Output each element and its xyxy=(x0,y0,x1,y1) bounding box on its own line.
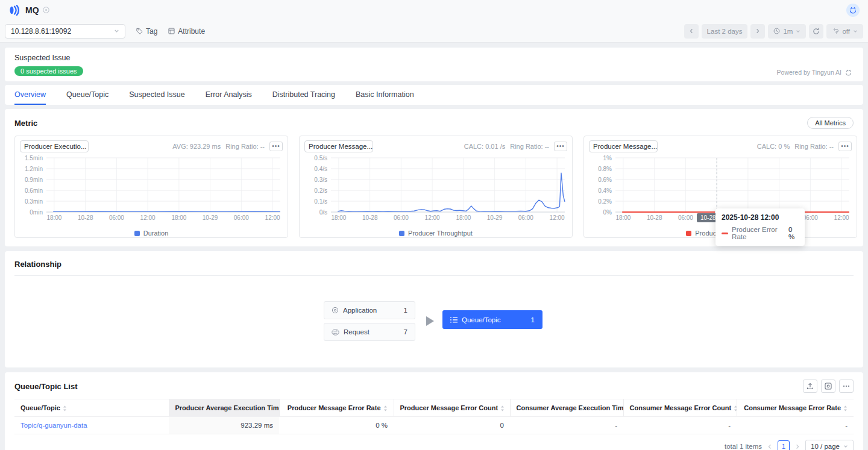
app-header: MQ xyxy=(0,0,868,20)
chart-stat: CALC: 0 % xyxy=(757,143,790,150)
chart-legend[interactable]: Duration xyxy=(20,229,283,237)
svg-text:18:00: 18:00 xyxy=(171,214,186,221)
time-range-button[interactable]: Last 2 days xyxy=(702,24,748,39)
chart-panel-2: Producer Message... CALC: 0.01 /s Ring R… xyxy=(299,136,573,238)
chevron-down-icon xyxy=(114,28,119,34)
svg-text:0.4%: 0.4% xyxy=(598,187,612,194)
svg-text:0.8%: 0.8% xyxy=(598,166,612,172)
tab-error-analysis[interactable]: Error Analysis xyxy=(206,85,252,105)
metric-select-value: Producer Message... xyxy=(309,143,373,150)
pagination-page-1[interactable]: 1 xyxy=(778,440,790,450)
granularity-select[interactable]: 1m xyxy=(768,24,806,39)
metric-select[interactable]: Producer Message... xyxy=(304,140,373,152)
attribute-button[interactable]: Attribute xyxy=(168,27,205,36)
svg-text:10-28: 10-28 xyxy=(647,214,662,221)
column-header-5[interactable]: Consumer Message Error Count xyxy=(623,399,737,417)
relationship-node-application[interactable]: Application1 xyxy=(324,301,415,319)
cell-6: - xyxy=(737,417,854,434)
chart-more-button[interactable]: ••• xyxy=(554,142,567,151)
tab-distributed-tracing[interactable]: Distributed Tracing xyxy=(272,85,335,105)
svg-text:1%: 1% xyxy=(603,155,612,161)
tooltip-series-value: 0 % xyxy=(788,226,799,240)
metric-title: Metric xyxy=(14,119,37,128)
info-icon[interactable] xyxy=(43,7,49,13)
svg-text:10-29: 10-29 xyxy=(487,214,503,221)
chart-plot[interactable]: 0min0.3min0.6min0.9min1.2min1.5min18:001… xyxy=(20,154,283,225)
tooltip-timestamp: 2025-10-28 12:00 xyxy=(722,213,799,222)
all-metrics-button[interactable]: All Metrics xyxy=(807,117,854,129)
column-header-4[interactable]: Consumer Average Execution Time xyxy=(510,399,623,417)
column-header-2[interactable]: Producer Message Error Rate xyxy=(279,399,394,417)
svg-text:06:00: 06:00 xyxy=(109,214,124,221)
chart-plot[interactable]: 0/s0.1/s0.2/s0.3/s0.4/s0.5/s18:0010-2806… xyxy=(304,154,567,225)
instance-select[interactable]: 10.128.8.61:19092 xyxy=(5,24,125,39)
page-size-select[interactable]: 10 / page xyxy=(805,440,854,450)
svg-text:06:00: 06:00 xyxy=(394,214,409,221)
sort-icon xyxy=(500,405,505,411)
chart-stat: CALC: 0.01 /s xyxy=(464,143,505,150)
refresh-button[interactable] xyxy=(809,24,823,39)
suspected-issue-badge[interactable]: 0 suspected issues xyxy=(14,66,83,76)
column-header-3[interactable]: Producer Message Error Count xyxy=(394,399,510,417)
chart-more-button[interactable]: ••• xyxy=(269,142,283,151)
chart-more-button[interactable]: ••• xyxy=(838,142,852,151)
user-avatar[interactable] xyxy=(846,4,860,17)
relationship-node-queue-topic[interactable]: Queue/Topic1 xyxy=(442,310,542,329)
svg-text:0/s: 0/s xyxy=(319,209,327,216)
granularity-value: 1m xyxy=(783,28,793,35)
relationship-arrow-icon xyxy=(426,316,434,326)
legend-label: Producer Throughtput xyxy=(408,230,473,237)
chevron-down-icon xyxy=(796,29,800,34)
column-settings-button[interactable] xyxy=(821,380,835,393)
page-title: MQ xyxy=(25,5,39,15)
cell-5: - xyxy=(623,417,737,434)
more-button[interactable] xyxy=(839,380,854,393)
topic-link[interactable]: Topic/q-guanyun-data xyxy=(20,422,87,429)
svg-text:06:00: 06:00 xyxy=(234,214,249,221)
suspected-issue-title: Suspected Issue xyxy=(14,54,854,62)
export-button[interactable] xyxy=(803,380,817,393)
page: MQ 10.128.8.61:19092 Tag Attribute xyxy=(0,0,868,450)
tag-button[interactable]: Tag xyxy=(136,27,157,36)
time-prev-button[interactable] xyxy=(684,24,699,39)
svg-text:0.3min: 0.3min xyxy=(25,198,43,205)
svg-text:1.2min: 1.2min xyxy=(25,166,43,172)
node-count: 1 xyxy=(531,316,535,323)
column-header-0[interactable]: Queue/Topic xyxy=(14,399,169,417)
metric-select[interactable]: Producer Executio... xyxy=(20,140,89,152)
tingyun-ai-icon xyxy=(844,69,852,76)
metric-select[interactable]: Producer Message... xyxy=(589,140,658,152)
queue-topic-list-section: Queue/Topic List Queue/TopicProducer Ave… xyxy=(5,372,863,450)
node-label: Queue/Topic xyxy=(462,316,501,323)
tab-bar: OverviewQueue/TopicSuspected IssueError … xyxy=(5,85,863,105)
cell-0[interactable]: Topic/q-guanyun-data xyxy=(14,417,169,434)
relationship-node-request[interactable]: Request7 xyxy=(324,323,415,341)
time-next-button[interactable] xyxy=(750,24,765,39)
svg-text:0.6%: 0.6% xyxy=(598,177,612,183)
metric-select-value: Producer Executio... xyxy=(24,143,87,150)
tab-suspected-issue[interactable]: Suspected Issue xyxy=(129,85,184,105)
cell-2: 0 % xyxy=(279,417,394,434)
tab-overview[interactable]: Overview xyxy=(14,85,46,105)
chevron-right-icon xyxy=(795,444,800,449)
svg-text:12:00: 12:00 xyxy=(550,214,565,221)
pagination-next-button[interactable] xyxy=(795,444,800,449)
svg-text:12:00: 12:00 xyxy=(425,214,440,221)
auto-refresh-select[interactable]: off xyxy=(826,24,863,39)
svg-text:0.1/s: 0.1/s xyxy=(314,198,327,205)
tab-queue-topic[interactable]: Queue/Topic xyxy=(66,85,108,105)
chart-legend[interactable]: Producer Throughtput xyxy=(304,229,567,237)
chart-ring-ratio: Ring Ratio: -- xyxy=(510,143,549,150)
chart-stat: AVG: 923.29 ms xyxy=(172,143,221,150)
svg-text:06:00: 06:00 xyxy=(678,214,693,221)
tag-icon xyxy=(136,28,143,34)
pagination-prev-button[interactable] xyxy=(767,444,772,449)
node-label: Request xyxy=(344,328,370,336)
node-label: Application xyxy=(343,307,377,314)
relationship-title: Relationship xyxy=(14,260,61,269)
column-header-1[interactable]: Producer Average Execution Time xyxy=(169,399,279,417)
metric-section: Metric All Metrics Producer Executio... … xyxy=(5,109,863,246)
tab-basic-information[interactable]: Basic Information xyxy=(356,85,414,105)
cell-3: 0 xyxy=(394,417,510,434)
column-header-6[interactable]: Consumer Message Error Rate xyxy=(737,399,854,417)
